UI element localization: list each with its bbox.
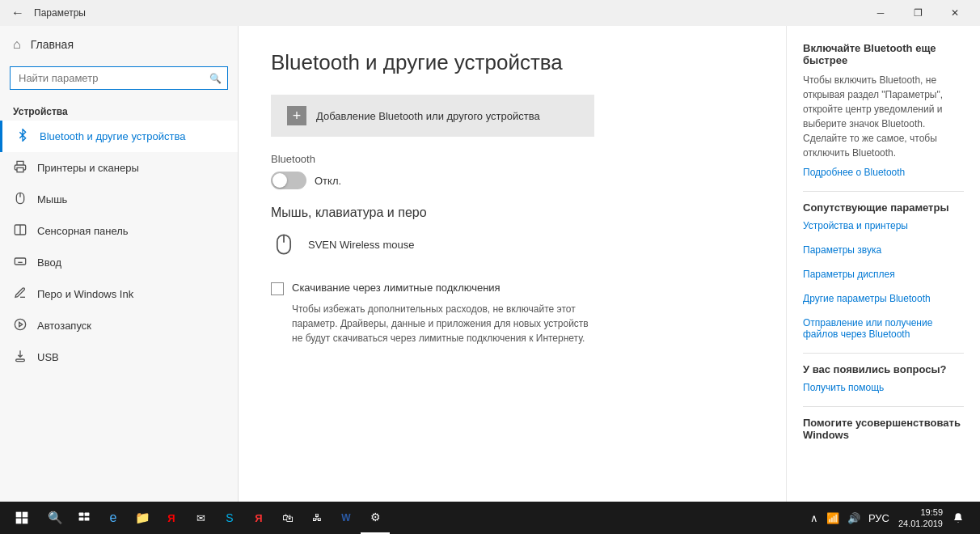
yandex-browser-icon[interactable]: Я [244, 502, 273, 534]
related-title: Сопутствующие параметры [803, 201, 964, 214]
divider-2 [803, 353, 964, 354]
divider-3 [803, 406, 964, 407]
edge-icon[interactable]: e [99, 502, 128, 534]
titlebar-title: Параметры [34, 7, 862, 19]
yandex-icon[interactable]: Я [157, 502, 186, 534]
content-area: Bluetooth и другие устройства + Добавлен… [239, 26, 786, 502]
skype-icon[interactable]: S [215, 502, 244, 534]
mail-icon[interactable]: ✉ [186, 502, 215, 534]
related-links: Устройства и принтеры Параметры звука Па… [803, 220, 964, 340]
tray-volume[interactable]: 🔊 [845, 512, 863, 524]
add-device-label: Добавление Bluetooth или другого устройс… [316, 110, 540, 122]
sidebar-item-pen-label: Перо и Windows Ink [37, 288, 133, 300]
close-button[interactable]: ✕ [936, 0, 974, 26]
tray-arrow[interactable]: ∧ [808, 512, 821, 524]
restore-button[interactable]: ❐ [899, 0, 936, 26]
home-label: Главная [31, 38, 74, 51]
device-name-label: SVEN Wireless mouse [308, 239, 414, 251]
taskbar: 🔍 e 📁 Я ✉ S Я 🛍 🖧 W ⚙ ∧ 📶 🔊 РУС 19:59 24… [0, 502, 980, 534]
notification-button[interactable] [946, 502, 970, 534]
sidebar: ⌂ Главная 🔍 Устройства Bluetooth и други… [0, 26, 239, 502]
svg-rect-21 [79, 517, 84, 520]
right-panel: Включайте Bluetooth еще быстрее Чтобы вк… [786, 26, 980, 502]
keyboard-icon [13, 255, 27, 270]
sidebar-item-autoplay[interactable]: Автозапуск [0, 310, 238, 341]
sidebar-item-touchpad[interactable]: Сенсорная панель [0, 215, 238, 247]
sidebar-search-container: 🔍 [10, 66, 228, 90]
toggle-knob [272, 173, 287, 188]
task-view-button[interactable] [70, 502, 99, 534]
search-input[interactable] [10, 66, 228, 90]
windows-icon [15, 511, 28, 524]
taskbar-search[interactable]: 🔍 [40, 502, 70, 534]
svg-rect-16 [23, 512, 28, 518]
link-sound-settings[interactable]: Параметры звука [803, 244, 964, 256]
back-button[interactable]: ← [6, 2, 29, 24]
sidebar-item-bluetooth-label: Bluetooth и другие устройства [40, 130, 185, 142]
device-item-mouse[interactable]: SVEN Wireless mouse [271, 231, 754, 257]
add-plus-icon: + [287, 106, 306, 125]
network-icon[interactable]: 🖧 [302, 502, 332, 534]
tray-time-value: 19:59 [898, 506, 943, 518]
sidebar-item-usb[interactable]: USB [0, 341, 238, 373]
word-icon[interactable]: W [332, 502, 361, 534]
start-button[interactable] [3, 502, 40, 534]
settings-icon[interactable]: ⚙ [361, 502, 390, 534]
mouse-icon [13, 192, 27, 207]
promo-link[interactable]: Подробнее о Bluetooth [803, 167, 964, 178]
tray-clock[interactable]: 19:59 24.01.2019 [898, 506, 943, 530]
tray-network[interactable]: 📶 [824, 512, 842, 524]
sidebar-item-usb-label: USB [37, 351, 59, 363]
minimize-button[interactable]: ─ [862, 0, 899, 26]
link-display-settings[interactable]: Параметры дисплея [803, 269, 964, 280]
main-content: ⌂ Главная 🔍 Устройства Bluetooth и други… [0, 26, 980, 502]
link-send-receive-bluetooth[interactable]: Отправление или получение файлов через B… [803, 317, 964, 340]
metered-connection-text: Скачивание через лимитные подключения [292, 282, 501, 294]
metered-checkbox-desc: Чтобы избежать дополнительных расходов, … [292, 302, 599, 345]
explorer-icon[interactable]: 📁 [128, 502, 157, 534]
window-controls: ─ ❐ ✕ [862, 0, 974, 26]
sidebar-item-touchpad-label: Сенсорная панель [37, 225, 129, 237]
home-icon: ⌂ [13, 37, 21, 52]
usb-icon [13, 350, 27, 365]
task-view-icon [78, 512, 90, 523]
touchpad-icon [13, 223, 27, 239]
titlebar: ← Параметры ─ ❐ ✕ [0, 0, 980, 26]
mouse-section-title: Мышь, клавиатура и перо [271, 206, 754, 220]
bluetooth-toggle[interactable] [271, 172, 306, 189]
help-link[interactable]: Получить помощь [803, 382, 964, 393]
link-devices-printers[interactable]: Устройства и принтеры [803, 220, 964, 231]
improve-title: Помогите усовершенствовать Windows [803, 417, 964, 441]
sidebar-item-input-label: Ввод [37, 256, 61, 269]
link-other-bluetooth[interactable]: Другие параметры Bluetooth [803, 293, 964, 304]
printer-icon [13, 160, 27, 176]
divider-1 [803, 191, 964, 192]
svg-rect-0 [17, 167, 23, 172]
help-title: У вас появились вопросы? [803, 363, 964, 375]
bluetooth-icon [15, 129, 30, 144]
tray-date-value: 24.01.2019 [898, 518, 943, 529]
sidebar-item-printers-label: Принтеры и сканеры [37, 162, 139, 174]
metered-checkbox-label: Скачивание через лимитные подключения [292, 282, 501, 294]
sidebar-item-mouse-label: Мышь [37, 193, 67, 206]
search-icon: 🔍 [209, 73, 222, 84]
language-indicator[interactable]: РУС [866, 512, 892, 524]
svg-rect-19 [79, 513, 84, 516]
svg-point-11 [15, 319, 25, 329]
sidebar-item-input[interactable]: Ввод [0, 247, 238, 278]
pen-icon [13, 286, 27, 302]
svg-rect-15 [16, 512, 22, 518]
promo-desc: Чтобы включить Bluetooth, не открывая ра… [803, 73, 964, 160]
promo-title: Включайте Bluetooth еще быстрее [803, 42, 964, 66]
sidebar-item-pen[interactable]: Перо и Windows Ink [0, 278, 238, 310]
metered-checkbox[interactable] [271, 282, 284, 295]
add-device-button[interactable]: + Добавление Bluetooth или другого устро… [271, 95, 594, 137]
sidebar-item-mouse[interactable]: Мышь [0, 184, 238, 215]
store-icon[interactable]: 🛍 [273, 502, 302, 534]
sidebar-home[interactable]: ⌂ Главная [0, 26, 238, 63]
sidebar-item-printers[interactable]: Принтеры и сканеры [0, 152, 238, 184]
bluetooth-state-label: Откл. [315, 175, 341, 187]
svg-rect-17 [16, 519, 22, 524]
system-tray: ∧ 📶 🔊 РУС 19:59 24.01.2019 [808, 502, 977, 534]
sidebar-item-bluetooth[interactable]: Bluetooth и другие устройства [0, 121, 238, 152]
